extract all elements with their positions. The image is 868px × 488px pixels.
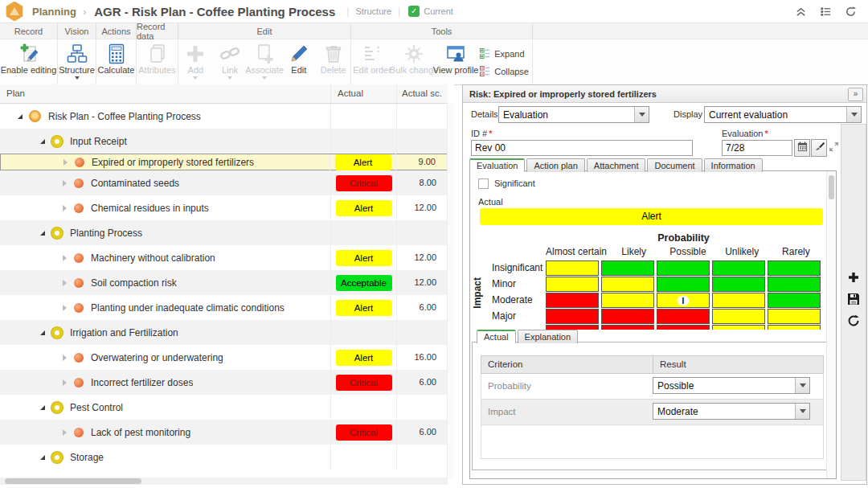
minimize-panel-icon[interactable] xyxy=(829,141,839,154)
tab-actual[interactable]: Actual xyxy=(477,330,516,343)
expanded-toggle-icon[interactable] xyxy=(40,139,45,144)
calendar-button[interactable] xyxy=(794,139,810,157)
status-label: Current xyxy=(424,6,453,16)
tree-row-contaminated-seeds[interactable]: Contaminated seedsCritical8.00 xyxy=(0,170,448,195)
chevron-down-icon xyxy=(227,76,232,80)
tree-row-storage[interactable]: Storage xyxy=(0,445,448,470)
evaluation-input[interactable] xyxy=(722,140,792,156)
refresh-icon[interactable] xyxy=(845,6,857,18)
collapsed-toggle-icon[interactable] xyxy=(63,379,67,386)
tab-explanation[interactable]: Explanation xyxy=(518,330,579,343)
tree-row-overwatering-or-underwatering[interactable]: Overwatering or underwateringAlert16.00 xyxy=(0,345,448,370)
expanded-toggle-icon[interactable] xyxy=(40,405,45,410)
matrix-cell-insignificant-rarely[interactable] xyxy=(768,260,821,276)
collapse-button[interactable]: Collapse xyxy=(480,66,529,78)
tab-action-plan[interactable]: Action plan xyxy=(526,158,584,172)
matrix-cell-minor-almost-certain[interactable] xyxy=(546,277,599,292)
collapsed-toggle-icon[interactable] xyxy=(63,305,67,311)
link-label: Link xyxy=(222,65,238,75)
expanded-toggle-icon[interactable] xyxy=(40,231,45,236)
tab-evaluation[interactable]: Evaluation xyxy=(469,158,525,172)
panel-scrollbar-thumb[interactable] xyxy=(829,175,834,199)
collapsed-toggle-icon[interactable] xyxy=(63,255,67,261)
matrix-cell-major-almost-certain[interactable] xyxy=(546,309,599,324)
app-logo[interactable] xyxy=(0,0,29,23)
matrix-cell-moderate-rarely[interactable] xyxy=(768,293,821,308)
tree-row-label: Soil compaction risk xyxy=(91,277,177,289)
collapsed-toggle-icon[interactable] xyxy=(63,180,67,187)
matrix-cell-major-possible[interactable] xyxy=(657,309,710,324)
tree-row-expired-or-improperly-stored-fertilizers[interactable]: Expired or improperly stored fertilizers… xyxy=(0,154,448,170)
matrix-cell-minor-unlikely[interactable] xyxy=(712,277,765,292)
display-select[interactable]: Current evaluation xyxy=(704,106,862,123)
tree-row-label: Irrigation and Fertilization xyxy=(70,327,178,338)
panel-scrollbar[interactable] xyxy=(826,171,836,478)
details-select[interactable]: Evaluation xyxy=(498,106,649,123)
expanded-toggle-icon[interactable] xyxy=(40,455,45,460)
tree-row-incorrect-fertilizer-doses[interactable]: Incorrect fertilizer dosesCritical6.00 xyxy=(0,370,448,395)
matrix-cell-minor-rarely[interactable] xyxy=(768,277,821,292)
collapsed-toggle-icon[interactable] xyxy=(63,159,68,166)
clear-button[interactable] xyxy=(811,139,827,157)
view-profile-button[interactable]: View profile xyxy=(435,41,477,84)
expand-button[interactable]: Expand xyxy=(480,48,529,60)
matrix-cell-insignificant-almost-certain[interactable] xyxy=(546,260,599,276)
enable-editing-button[interactable]: Enable editing xyxy=(0,41,57,84)
delete-label: Delete xyxy=(321,65,346,75)
matrix-cell-moderate-possible[interactable]: I xyxy=(657,293,710,308)
attributes-label: Attributes xyxy=(138,65,175,75)
id-input[interactable] xyxy=(471,140,693,156)
matrix-cell-minor-likely[interactable] xyxy=(601,277,654,292)
structure-button[interactable]: Structure xyxy=(58,41,96,84)
actual-cell: Alert xyxy=(330,154,395,170)
matrix-cell-moderate-likely[interactable] xyxy=(601,293,654,308)
tree-row-pest-control[interactable]: Pest Control xyxy=(0,395,448,420)
horizontal-scrollbar[interactable] xyxy=(0,478,448,485)
edit-button[interactable]: Edit xyxy=(281,41,316,84)
expanded-toggle-icon[interactable] xyxy=(40,330,45,335)
tab-document[interactable]: Document xyxy=(647,158,702,172)
refresh-button[interactable] xyxy=(847,314,860,327)
plus-button[interactable] xyxy=(847,271,860,284)
tree-row-planting-under-inadequate-climatic-conditions[interactable]: Planting under inadequate climatic condi… xyxy=(0,295,448,320)
tab-attachment[interactable]: Attachment xyxy=(587,158,646,172)
tree-row-chemical-residues-in-inputs[interactable]: Chemical residues in inputsAlert12.00 xyxy=(0,195,448,220)
collapsed-toggle-icon[interactable] xyxy=(63,429,67,436)
probability-select[interactable]: Possible xyxy=(653,377,810,394)
tree-row-irrigation-and-fertilization[interactable]: Irrigation and Fertilization xyxy=(0,320,448,345)
calculate-button[interactable]: Calculate xyxy=(96,41,136,84)
breadcrumb[interactable]: Planning xyxy=(32,6,76,18)
horizontal-scrollbar-thumb[interactable] xyxy=(5,478,141,484)
panel-expand-button[interactable]: » xyxy=(848,88,863,101)
tree-row-input-receipt[interactable]: Input Receipt xyxy=(0,129,448,154)
matrix-cell-major-rarely[interactable] xyxy=(768,309,821,324)
collapsed-toggle-icon[interactable] xyxy=(63,205,67,211)
matrix-cell-minor-possible[interactable] xyxy=(657,277,710,292)
list-icon[interactable] xyxy=(820,6,832,18)
matrix-cell-insignificant-likely[interactable] xyxy=(601,260,654,276)
collapsed-toggle-icon[interactable] xyxy=(63,355,67,361)
matrix-cell-moderate-almost-certain[interactable] xyxy=(546,293,599,308)
score-cell: 6.00 xyxy=(396,370,448,395)
matrix-row-minor: Minor xyxy=(470,277,823,292)
expanded-toggle-icon[interactable] xyxy=(18,114,23,119)
tree-row-planting-process[interactable]: Planting Process xyxy=(0,220,448,245)
collapsed-toggle-icon[interactable] xyxy=(63,280,67,286)
impact-select[interactable]: Moderate xyxy=(653,403,810,420)
vertical-scrollbar[interactable] xyxy=(447,103,454,478)
matrix-cell-major-likely[interactable] xyxy=(601,309,654,324)
tab-information[interactable]: Information xyxy=(704,158,763,172)
tree-row-soil-compaction-risk[interactable]: Soil compaction riskAcceptable12.00 xyxy=(0,270,448,295)
tree-row-machinery-without-calibration[interactable]: Machinery without calibrationAlert12.00 xyxy=(0,245,448,270)
matrix-cell-major-unlikely[interactable] xyxy=(712,309,765,324)
view-mode-label[interactable]: Structure xyxy=(355,6,391,16)
collapse-header-icon[interactable] xyxy=(795,6,807,18)
tree-row-risk-plan-coffee-planting-process[interactable]: Risk Plan - Coffee Planting Process xyxy=(0,104,448,129)
matrix-cell-moderate-unlikely[interactable] xyxy=(712,293,765,308)
significant-checkbox[interactable] xyxy=(478,178,489,189)
matrix-cell-insignificant-unlikely[interactable] xyxy=(712,260,765,276)
tree-row-lack-of-pest-monitoring[interactable]: Lack of pest monitoringCritical6.00 xyxy=(0,420,448,445)
criteria-empty-area xyxy=(481,425,824,459)
matrix-cell-insignificant-possible[interactable] xyxy=(657,260,710,276)
save-button[interactable] xyxy=(847,293,860,306)
